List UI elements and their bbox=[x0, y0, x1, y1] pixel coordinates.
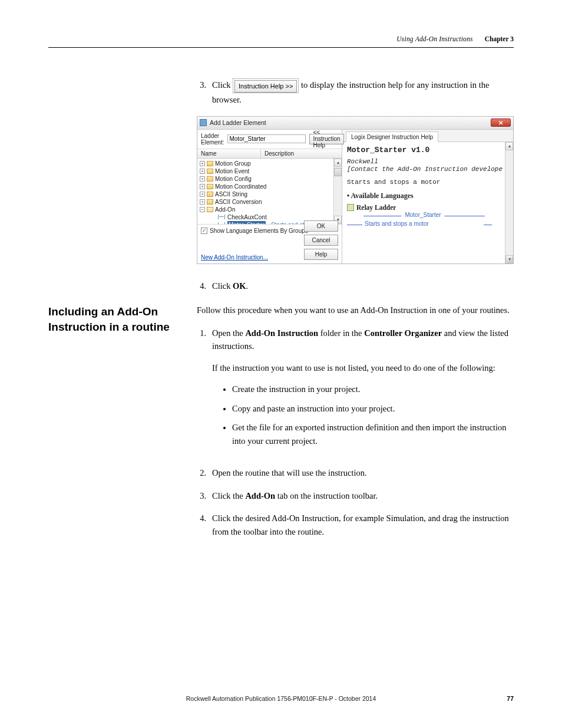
help-description: Starts and stops a motor bbox=[347, 179, 508, 186]
show-by-groups-checkbox[interactable]: ✓ bbox=[201, 228, 207, 234]
tree-item-motion-coordinated[interactable]: +Motion Coordinated bbox=[200, 183, 339, 190]
tree-item-motion-event[interactable]: +Motion Event bbox=[200, 167, 339, 175]
step-4: 4. Click OK. bbox=[197, 279, 514, 292]
instruction-tree[interactable]: +Motion Group +Motion Event +Motion Conf… bbox=[197, 159, 342, 225]
close-icon[interactable]: ✕ bbox=[491, 118, 511, 127]
page-number: 77 bbox=[490, 695, 514, 702]
resize-grip-icon[interactable] bbox=[506, 256, 513, 263]
section-heading: Including an Add-On Instruction in a rou… bbox=[48, 304, 186, 334]
routine-step-2: 2. Open the routine that will use the in… bbox=[197, 466, 514, 479]
bullet-2: Copy and paste an instruction into your … bbox=[232, 402, 514, 415]
col-description: Description bbox=[261, 149, 342, 158]
available-languages-heading: Available Languages bbox=[347, 192, 508, 200]
routine-step-1: 1. Open the Add-On Instruction folder in… bbox=[197, 327, 514, 457]
tree-column-headers: Name Description bbox=[197, 149, 342, 159]
dialog-title: Add Ladder Element bbox=[210, 119, 266, 126]
routine-step-4: 4. Click the desired Add-On Instruction,… bbox=[197, 512, 514, 538]
scroll-thumb[interactable] bbox=[334, 168, 342, 176]
relay-ladder-label: Relay Ladder bbox=[356, 204, 396, 211]
cancel-button[interactable]: Cancel bbox=[304, 235, 338, 246]
intro-paragraph: Follow this procedure when you want to u… bbox=[197, 304, 514, 317]
help-scrollbar[interactable]: ▴ ▾ bbox=[505, 142, 513, 263]
instruction-help-button[interactable]: Instruction Help >> bbox=[233, 78, 299, 93]
tree-item-ascii-string[interactable]: +ASCII String bbox=[200, 190, 339, 198]
header-section: Using Add-On Instructions bbox=[396, 35, 472, 42]
help-title: Motor_Starter v1.0 bbox=[347, 146, 508, 154]
bullet-3: Get the file for an exported instruction… bbox=[232, 421, 514, 447]
tree-item-add-on[interactable]: −Add-On bbox=[200, 206, 339, 213]
motor-starter-block: Motor_Starter Starts and stops a motor bbox=[347, 216, 499, 232]
tree-item-ascii-conversion[interactable]: +ASCII Conversion bbox=[200, 198, 339, 206]
publication-id: Rockwell Automation Publication 1756-PM0… bbox=[72, 695, 490, 702]
ok-button[interactable]: OK bbox=[304, 220, 338, 232]
help-button[interactable]: Help bbox=[304, 249, 338, 260]
routine-step-3: 3. Click the Add-On tab on the instructi… bbox=[197, 489, 514, 502]
ladder-element-label: Ladder Element: bbox=[201, 133, 224, 146]
dialog-icon bbox=[200, 119, 207, 126]
header-chapter: Chapter 3 bbox=[485, 35, 514, 42]
hide-instruction-help-button[interactable]: << Instruction Help bbox=[309, 134, 343, 144]
relay-ladder-icon bbox=[347, 204, 354, 211]
scroll-up-icon[interactable]: ▴ bbox=[505, 142, 513, 150]
step-3: 3. Click Instruction Help >> to display … bbox=[197, 78, 514, 107]
page-footer: Rockwell Automation Publication 1756-PM0… bbox=[48, 695, 514, 702]
dialog-titlebar: Add Ladder Element ✕ bbox=[197, 117, 513, 130]
scroll-up-icon[interactable]: ▴ bbox=[334, 159, 342, 167]
col-name: Name bbox=[197, 149, 261, 158]
page-header: Using Add-On Instructions Chapter 3 bbox=[48, 35, 514, 48]
ladder-element-input[interactable] bbox=[227, 134, 306, 143]
tree-scrollbar[interactable]: ▴ ▾ bbox=[333, 159, 342, 224]
tree-item-motion-group[interactable]: +Motion Group bbox=[200, 160, 339, 167]
help-pane: Motor_Starter v1.0 Rockwell [Contact the… bbox=[342, 142, 513, 263]
add-ladder-element-dialog: Add Ladder Element ✕ Ladder Element: << … bbox=[197, 116, 514, 264]
bullet-1: Create the instruction in your project. bbox=[232, 383, 514, 396]
tree-item-motion-config[interactable]: +Motion Config bbox=[200, 175, 339, 183]
help-tab[interactable]: Logix Designer Instruction Help bbox=[346, 131, 438, 142]
show-by-groups-label: Show Language Elements By Groups bbox=[210, 228, 308, 234]
